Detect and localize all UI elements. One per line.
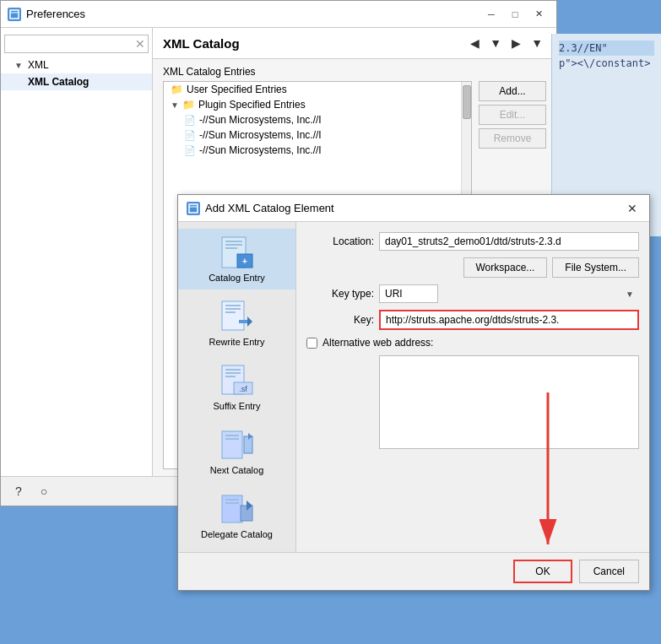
rewrite-entry-item[interactable]: Rewrite Entry [178,293,295,354]
nav-dropdown-button[interactable]: ▼ [486,35,505,51]
filesystem-button[interactable]: File System... [552,257,639,278]
nav-back-button[interactable]: ◀ [467,35,483,51]
rewrite-entry-icon [220,300,254,333]
sidebar-search-clear-icon[interactable]: ✕ [135,37,145,51]
dialog-title-bar: Add XML Catalog Element ✕ [178,195,649,222]
location-row: Location: [306,232,639,251]
help-button[interactable]: ? [9,482,28,501]
tree-item-user-entries-label: User Specified Entries [187,84,287,95]
preferences-title-bar: Preferences ─ □ ✕ [1,1,556,28]
svg-rect-18 [225,376,236,377]
tree-item-sun1-label: -//Sun Microsystems, Inc.//I [199,114,322,126]
key-type-select-wrapper: URI Public ID System ID ▼ [379,284,639,303]
catalog-entry-label: Catalog Entry [209,273,265,283]
svg-rect-12 [225,308,241,310]
location-input[interactable] [379,232,639,251]
tree-item-sun2[interactable]: 📄 -//Sun Microsystems, Inc.//I [164,127,461,143]
svg-rect-5 [225,241,242,242]
content-title: XML Catalog [163,36,240,51]
navigation-arrows: ◀ ▼ ▶ ▼ [467,35,546,51]
svg-rect-22 [225,435,239,436]
add-xml-catalog-dialog: Add XML Catalog Element ✕ + Catalog Entr [177,194,650,591]
nav-forward-dropdown-button[interactable]: ▼ [528,35,546,51]
next-catalog-label: Next Catalog [210,465,264,475]
svg-text:.sf: .sf [239,385,247,393]
next-catalog-item[interactable]: Next Catalog [178,421,295,482]
sidebar-item-xml-catalog[interactable]: XML Catalog [1,73,152,90]
location-label: Location: [306,235,374,247]
maximize-button[interactable]: □ [504,6,526,23]
workspace-button[interactable]: Workspace... [463,257,548,278]
svg-rect-23 [225,438,239,440]
dialog-form-panel: Location: Workspace... File System... Ke… [296,222,649,552]
content-header: XML Catalog ◀ ▼ ▶ ▼ [153,28,556,59]
sidebar-item-xml[interactable]: ▼ XML [1,57,152,73]
svg-rect-7 [225,247,237,249]
tree-item-user-entries[interactable]: 📁 User Specified Entries [164,82,461,97]
suffix-entry-item[interactable]: .sf Suffix Entry [178,357,295,418]
code-line-3: p"><\/constant> [559,56,654,71]
svg-rect-2 [189,204,198,213]
key-input[interactable] [379,310,639,330]
alt-web-checkbox[interactable] [306,338,317,349]
window-controls: ─ □ ✕ [480,6,550,23]
key-type-label: Key type: [306,288,374,300]
key-row: Key: [306,310,639,330]
svg-rect-11 [225,305,241,306]
svg-rect-27 [225,499,239,501]
catalog-entry-icon: + [220,235,254,269]
expand-plugin-icon: ▼ [171,100,179,110]
minimize-button[interactable]: ─ [480,6,502,23]
svg-marker-14 [247,317,252,327]
catalog-entry-item[interactable]: + Catalog Entry [178,229,295,290]
tree-item-sun1[interactable]: 📄 -//Sun Microsystems, Inc.//I [164,112,461,127]
next-catalog-icon [220,428,254,462]
tree-scrollbar-thumb [463,85,471,119]
alt-web-row: Alternative web address: [306,337,639,349]
restore-button[interactable]: ○ [35,482,53,501]
doc-icon-3: 📄 [184,145,196,156]
svg-rect-17 [225,372,241,374]
key-type-select[interactable]: URI Public ID System ID [379,284,438,303]
add-entry-button[interactable]: Add... [479,81,546,101]
code-line-1: 2.3//EN" [559,41,654,56]
doc-icon-1: 📄 [184,115,196,126]
tree-item-plugin-entries-label: Plugin Specified Entries [198,99,306,111]
svg-text:+: + [242,257,247,266]
delegate-catalog-icon [220,492,254,526]
nav-forward-button[interactable]: ▶ [508,35,524,51]
dialog-close-button[interactable]: ✕ [624,200,641,217]
edit-entry-button[interactable]: Edit... [479,105,546,125]
suffix-entry-icon: .sf [220,364,254,398]
key-label: Key: [306,314,374,326]
sidebar-item-xml-label: XML [28,59,49,71]
ok-button[interactable]: OK [513,560,572,583]
folder-icon: 📁 [171,84,183,95]
sidebar-item-xml-catalog-label: XML Catalog [28,76,89,88]
dialog-body: + Catalog Entry Rewrite [178,222,649,552]
doc-icon-2: 📄 [184,130,196,141]
dialog-title-text: Add XML Catalog Element [205,202,619,214]
sidebar-search-input[interactable]: XML C [8,38,135,50]
remove-entry-button[interactable]: Remove [479,128,546,149]
preferences-sidebar: XML C ✕ ▼ XML XML Catalog [1,28,153,476]
dialog-title-icon [187,202,200,215]
svg-rect-28 [225,502,239,504]
preferences-title: Preferences [26,8,475,20]
tree-item-sun2-label: -//Sun Microsystems, Inc.//I [199,129,322,141]
dialog-footer: OK Cancel [178,552,649,590]
key-type-row: Key type: URI Public ID System ID ▼ [306,284,639,303]
tree-item-sun3-label: -//Sun Microsystems, Inc.//I [199,144,322,156]
alt-web-input[interactable] [379,355,639,449]
dialog-icon-panel: + Catalog Entry Rewrite [178,222,296,552]
delegate-catalog-item[interactable]: Delegate Catalog [178,485,295,546]
svg-rect-13 [225,311,236,313]
close-preferences-button[interactable]: ✕ [528,6,550,23]
location-buttons-row: Workspace... File System... [379,257,639,278]
cancel-button[interactable]: Cancel [579,560,639,583]
sidebar-search-box[interactable]: XML C ✕ [4,35,149,53]
tree-item-plugin-entries[interactable]: ▼ 📁 Plugin Specified Entries [164,97,461,112]
tree-item-sun3[interactable]: 📄 -//Sun Microsystems, Inc.//I [164,143,461,158]
alt-web-label: Alternative web address: [322,337,433,349]
rewrite-entry-label: Rewrite Entry [209,337,264,347]
